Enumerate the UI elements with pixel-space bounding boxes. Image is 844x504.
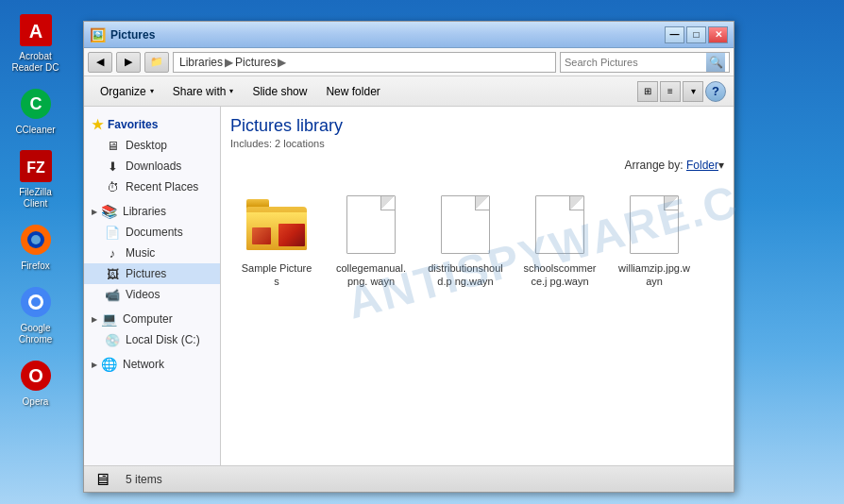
sidebar-item-videos[interactable]: 📹 Videos [84, 284, 220, 305]
network-label: Network [123, 358, 164, 371]
opera-icon: O [17, 357, 55, 395]
file-icon-wrap-3 [527, 192, 593, 258]
sidebar-item-recent-places[interactable]: ⏱ Recent Places [84, 176, 220, 197]
search-button[interactable]: 🔍 [706, 53, 725, 72]
forward-button[interactable]: ▶ [116, 52, 141, 73]
sidebar-item-downloads[interactable]: ⬇ Downloads [84, 156, 220, 176]
title-bar-buttons: — □ ✕ [665, 26, 728, 43]
back-button[interactable]: ◀ [88, 52, 112, 73]
maximize-button[interactable]: □ [686, 26, 706, 43]
file-item-collegemanual[interactable]: collegemanual.png. wayn [329, 185, 414, 295]
file-label-collegemanual: collegemanual.png. wayn [333, 261, 409, 289]
desktop-icon-filezilla[interactable]: FZ FileZilla Client [5, 145, 66, 211]
sidebar-item-local-disk[interactable]: 💿 Local Disk (C:) [84, 329, 220, 350]
desktop-icon-chrome[interactable]: Google Chrome [5, 281, 66, 347]
acrobat-icon: A [17, 11, 55, 49]
pictures-icon: 🖼 [105, 266, 120, 281]
content-header: Pictures library Includes: 2 locations [230, 116, 724, 149]
ccleaner-icon: C [17, 85, 55, 123]
computer-label: Computer [123, 312, 173, 326]
file-item-sample-pictures[interactable]: Sample Pictures [234, 185, 319, 295]
computer-expand-icon: ▶ [92, 315, 97, 324]
libraries-label: Libraries [123, 205, 166, 218]
breadcrumb-sep-1: ▶ [225, 56, 233, 69]
breadcrumb-bar[interactable]: Libraries ▶ Pictures ▶ [173, 52, 556, 73]
network-expand-icon: ▶ [92, 361, 97, 369]
share-arrow: ▾ [229, 87, 233, 95]
breadcrumb-sep-2: ▶ [278, 56, 286, 69]
file-label-distributionshould: distributionshould.p ng.wayn [428, 261, 503, 289]
videos-icon: 📹 [105, 287, 120, 302]
desktop-icon-ccleaner[interactable]: C CCleaner [5, 83, 66, 138]
libraries-header[interactable]: ▶ 📚 Libraries [84, 201, 220, 222]
search-input[interactable] [565, 57, 706, 68]
favorites-header[interactable]: ★ Favorites [84, 114, 220, 135]
computer-icon: 💻 [101, 311, 117, 327]
desktop-icon-acrobat[interactable]: A Acrobat Reader DC [5, 9, 66, 76]
arrange-by-arrow[interactable]: ▾ [718, 159, 724, 172]
network-icon: 🌐 [101, 357, 117, 372]
organize-button[interactable]: Organize ▾ [92, 80, 162, 103]
opera-label: Opera [23, 396, 49, 408]
share-with-button[interactable]: Share with ▾ [164, 80, 243, 103]
status-computer-icon: 🖥 [93, 470, 116, 489]
desktop-icon-firefox[interactable]: Firefox [5, 219, 66, 274]
list-view-button[interactable]: ▾ [683, 81, 703, 102]
library-subtitle: Includes: 2 locations [230, 138, 724, 149]
file-label-sample-pictures: Sample Pictures [239, 261, 314, 289]
local-disk-icon: 💿 [105, 332, 120, 347]
folder-view-button[interactable]: 📁 [144, 52, 169, 73]
svg-point-11 [31, 297, 41, 307]
network-section: ▶ 🌐 Network [84, 354, 220, 375]
arrange-by-label: Arrange by: [625, 159, 684, 172]
window-title: Pictures [110, 28, 665, 42]
file-item-williamzip[interactable]: williamzip.jpg.wayn [612, 185, 697, 295]
generic-file-icon-3 [535, 195, 584, 254]
sidebar-item-music[interactable]: ♪ Music [84, 243, 220, 263]
breadcrumb-pictures[interactable]: Pictures [235, 56, 276, 69]
file-icon-wrap-2 [432, 192, 498, 258]
close-button[interactable]: ✕ [708, 26, 728, 43]
computer-section: ▶ 💻 Computer 💿 Local Disk (C:) [84, 309, 220, 350]
folder-icon-wrap [244, 192, 310, 258]
file-icon-wrap-1 [338, 192, 404, 258]
file-icon-wrap-4 [621, 192, 687, 258]
firefox-label: Firefox [21, 260, 50, 272]
content-panel: Pictures library Includes: 2 locations A… [221, 107, 734, 465]
svg-text:C: C [29, 94, 42, 113]
folder-image-leaf [252, 227, 271, 244]
favorites-star-icon: ★ [92, 117, 104, 132]
help-button[interactable]: ? [705, 81, 726, 102]
music-icon: ♪ [105, 245, 120, 260]
breadcrumb-libraries[interactable]: Libraries [179, 56, 223, 69]
window-icon: 🖼️ [90, 27, 105, 42]
title-bar: 🖼️ Pictures — □ ✕ [84, 22, 734, 48]
ccleaner-label: CCleaner [15, 125, 55, 136]
icon-view-button[interactable]: ⊞ [637, 81, 658, 102]
sidebar-item-documents[interactable]: 📄 Documents [84, 222, 220, 243]
network-header[interactable]: ▶ 🌐 Network [84, 354, 220, 375]
sidebar-item-desktop[interactable]: 🖥 Desktop [84, 135, 220, 156]
detail-view-button[interactable]: ≡ [660, 81, 681, 102]
sidebar: ★ Favorites 🖥 Desktop ⬇ Downloads ⏱ Rece… [84, 107, 221, 465]
firefox-icon [17, 221, 55, 259]
libraries-icon: 📚 [101, 204, 117, 219]
explorer-window: 🖼️ Pictures — □ ✕ ◀ ▶ 📁 Libraries ▶ Pict… [83, 21, 734, 493]
svg-point-8 [31, 235, 41, 244]
folder-front [246, 212, 307, 250]
organize-arrow: ▾ [150, 87, 154, 95]
arrange-by-value: Folder [686, 159, 718, 172]
file-item-distributionshould[interactable]: distributionshould.p ng.wayn [423, 185, 508, 295]
filezilla-icon: FZ [17, 147, 55, 185]
new-folder-button[interactable]: New folder [317, 80, 388, 103]
file-item-schoolscommerce[interactable]: schoolscommerce.j pg.wayn [517, 185, 602, 295]
minimize-button[interactable]: — [665, 26, 684, 43]
slide-show-button[interactable]: Slide show [244, 80, 315, 103]
computer-header[interactable]: ▶ 💻 Computer [84, 309, 220, 329]
search-box: 🔍 [560, 52, 730, 73]
libraries-expand-icon: ▶ [92, 208, 97, 216]
sidebar-item-pictures[interactable]: 🖼 Pictures [84, 263, 220, 284]
desktop-icon-opera[interactable]: O Opera [5, 355, 66, 410]
svg-text:O: O [28, 365, 43, 386]
folder-preview-image [279, 224, 305, 246]
